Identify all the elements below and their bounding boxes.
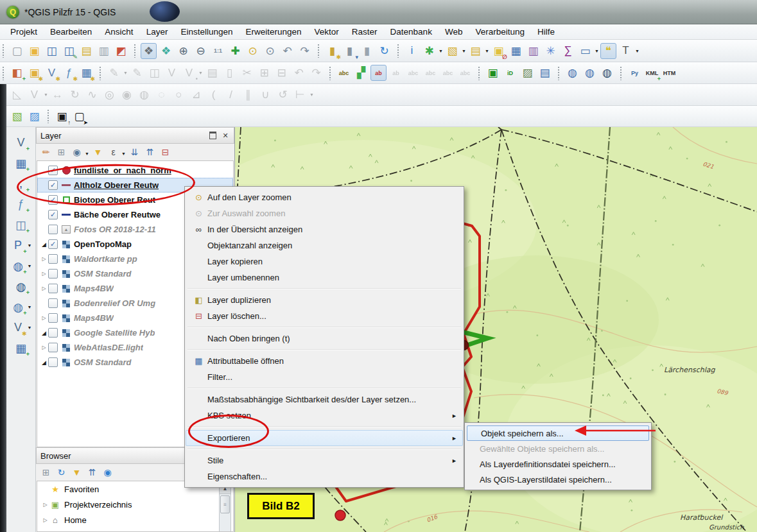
context-menu-item[interactable]: ∞In der Übersicht anzeigen — [186, 221, 463, 237]
menu-datenbank[interactable]: Datenbank — [384, 26, 439, 38]
manage-map-themes-icon[interactable]: ◉▼ — [70, 146, 83, 159]
context-menu-item[interactable]: ▦Attributtabelle öffnen — [186, 353, 463, 369]
html-tools-icon[interactable]: HTM — [661, 65, 677, 81]
menu-projekt[interactable]: Projekt — [4, 26, 44, 38]
menu-raster[interactable]: Raster — [345, 26, 384, 38]
layer-visibility-checkbox[interactable] — [48, 254, 58, 264]
metasearch-icon[interactable]: ◍ — [599, 65, 615, 81]
filter-by-expression-dropdown-icon[interactable]: ▼ — [121, 151, 126, 156]
zoom-to-selection-icon[interactable]: ⊙ — [245, 43, 261, 59]
context-menu-item[interactable]: Maßstabsabhängige Sichtbarkeit des/der L… — [186, 391, 463, 408]
save-project-icon[interactable]: ◫ — [44, 43, 60, 59]
scroll-thumb[interactable]: ≡ — [220, 495, 230, 513]
zoom-out-icon[interactable]: ⊖ — [193, 43, 209, 59]
menu-verarbeitung[interactable]: Verarbeitung — [469, 26, 531, 38]
context-menu-item[interactable]: KBS setzen► — [186, 408, 463, 424]
new-geopackage-layer-icon[interactable]: ▣✱ — [26, 65, 42, 81]
browser-properties-icon[interactable]: ◉ — [101, 466, 114, 479]
text-annotation-icon[interactable]: T▼ — [618, 43, 634, 59]
identify-features-icon[interactable]: i — [404, 43, 420, 59]
select-features-dropdown-icon[interactable]: ▼ — [462, 49, 466, 53]
float-panel-button[interactable] — [208, 131, 217, 140]
pan-map-icon[interactable]: ❖ — [141, 43, 157, 59]
map-edit-tool-icon[interactable]: ▨ — [26, 108, 42, 124]
context-menu-item[interactable]: Objektanzahl anzeigen — [186, 237, 463, 253]
pan-to-selection-icon[interactable]: ❖ — [158, 43, 174, 59]
submenu-item[interactable]: Als QGIS-Layerstildatei speichern... — [466, 472, 650, 487]
plugin-connect-icon[interactable]: ▣ — [485, 65, 501, 81]
layer-visibility-checkbox[interactable]: ✓ — [48, 195, 58, 205]
toolbar-handle[interactable] — [47, 109, 49, 123]
expander-icon[interactable]: ◢ — [40, 359, 48, 366]
add-wfs-layer-dropdown-icon[interactable]: ▼ — [28, 305, 32, 309]
add-wms-layer-dropdown-icon[interactable]: ▼ — [28, 264, 32, 268]
new-shapefile-layer-side-dropdown-icon[interactable]: ▼ — [28, 325, 32, 330]
menu-web[interactable]: Web — [439, 26, 469, 38]
manage-map-themes-dropdown-icon[interactable]: ▼ — [85, 151, 89, 156]
add-mesh-layer-icon[interactable]: ◫+ — [13, 217, 29, 233]
submenu-item[interactable]: Objekt speichern als... — [467, 425, 649, 441]
kml-tools-icon[interactable]: KML+ — [644, 65, 660, 81]
zoom-full-icon[interactable]: ✚ — [227, 43, 243, 59]
collapse-browser-icon[interactable]: ⇈ — [85, 466, 99, 479]
globe-search-icon[interactable]: ◍ — [582, 65, 598, 81]
filter-legend-icon[interactable]: ▼ — [91, 146, 105, 159]
expander-icon[interactable]: ◢ — [40, 241, 48, 248]
layout-manager-icon[interactable]: ▥ — [96, 43, 112, 59]
expand-all-icon[interactable]: ⇊ — [128, 146, 141, 159]
photo-import-icon[interactable]: ▣↑ — [54, 108, 70, 124]
show-spatial-bookmarks-icon[interactable]: ▮▾ — [342, 43, 358, 59]
select-features-by-value-dropdown-icon[interactable]: ▼ — [485, 49, 489, 53]
new-print-layout-icon[interactable]: ▤ — [78, 43, 94, 59]
layer-visibility-checkbox[interactable] — [48, 343, 58, 352]
layer-visibility-checkbox[interactable]: ✓ — [48, 166, 58, 175]
db-manager-icon[interactable]: ▤ — [537, 65, 553, 81]
layer-visibility-checkbox[interactable]: ✓ — [48, 239, 58, 249]
map-tips-icon[interactable]: ❝ — [600, 43, 616, 59]
browser-row[interactable]: ▷⌂Home — [37, 512, 233, 528]
context-menu-item[interactable]: Stile► — [186, 452, 463, 468]
new-spatial-bookmark-icon[interactable]: ▮✱ — [324, 43, 340, 59]
new-temporary-layer-icon[interactable]: ▦✱ — [78, 65, 94, 81]
run-feature-action-icon[interactable]: ✱▼ — [421, 43, 437, 59]
run-feature-action-dropdown-icon[interactable]: ▼ — [439, 49, 443, 53]
zoom-native-icon[interactable]: 1:1 — [210, 43, 226, 59]
bookmark-manager-icon[interactable]: ▮ — [359, 43, 375, 59]
plugin-id-editor-icon[interactable]: iD — [502, 65, 518, 81]
submenu-item[interactable]: Als Layerdefinitionsdatei speichern... — [466, 456, 650, 472]
zoom-next-icon[interactable]: ↷ — [297, 43, 313, 59]
open-attribute-table-icon[interactable]: ▦ — [508, 43, 524, 59]
close-panel-button[interactable]: ✕ — [221, 131, 230, 140]
plugin-image-icon[interactable]: ▨ — [519, 65, 535, 81]
select-features-by-value-icon[interactable]: ▤▼ — [467, 43, 483, 59]
add-wcs-layer-icon[interactable]: ◍+ — [13, 279, 29, 295]
toolbar-handle[interactable] — [99, 66, 101, 80]
context-menu-item[interactable]: Filter... — [186, 369, 463, 385]
current-edits-dropdown-icon[interactable]: ▼ — [123, 71, 128, 75]
globe-lock-icon[interactable]: ◍ — [564, 65, 580, 81]
new-virtual-layer-icon[interactable]: ▦+ — [13, 340, 29, 356]
measure-dropdown-icon[interactable]: ▼ — [595, 49, 599, 53]
layer-visibility-checkbox[interactable] — [48, 284, 58, 293]
toolbar-handle[interactable] — [620, 66, 622, 80]
open-project-icon[interactable]: ▣ — [26, 43, 42, 59]
data-source-manager-icon[interactable]: ◧+ — [9, 65, 25, 81]
add-raster-layer-icon[interactable]: ▦+ — [13, 155, 29, 171]
add-postgis-layer-icon[interactable]: P+▼ — [10, 237, 26, 253]
context-menu-item[interactable]: Layer kopieren — [186, 253, 463, 270]
browser-row[interactable]: ▷▣Projektverzeichnis — [37, 497, 233, 512]
add-vector-layer-icon[interactable]: V+ — [13, 135, 29, 151]
trim-extend-dropdown-icon[interactable]: ▼ — [309, 92, 314, 97]
context-menu-item[interactable]: ⊟Layer löschen... — [186, 308, 463, 324]
browser-scrollbar[interactable]: ▲ ≡ — [219, 483, 231, 532]
layer-row[interactable]: ✓fundliste_or_nach_norm — [37, 163, 233, 178]
open-layer-styling-icon[interactable]: ✏ — [39, 146, 53, 159]
save-project-as-icon[interactable]: ◫✎ — [61, 43, 77, 59]
browser-row[interactable]: ▷▣ — [37, 528, 233, 532]
expander-icon[interactable]: ▷ — [41, 502, 49, 508]
statistical-summary-icon[interactable]: ▥ — [525, 43, 541, 59]
layer-visibility-checkbox[interactable]: ✓ — [48, 180, 58, 190]
expander-icon[interactable]: ◢ — [40, 330, 48, 336]
toolbar-handle[interactable] — [557, 66, 560, 80]
deselect-features-icon[interactable]: ▣∅ — [491, 43, 507, 59]
